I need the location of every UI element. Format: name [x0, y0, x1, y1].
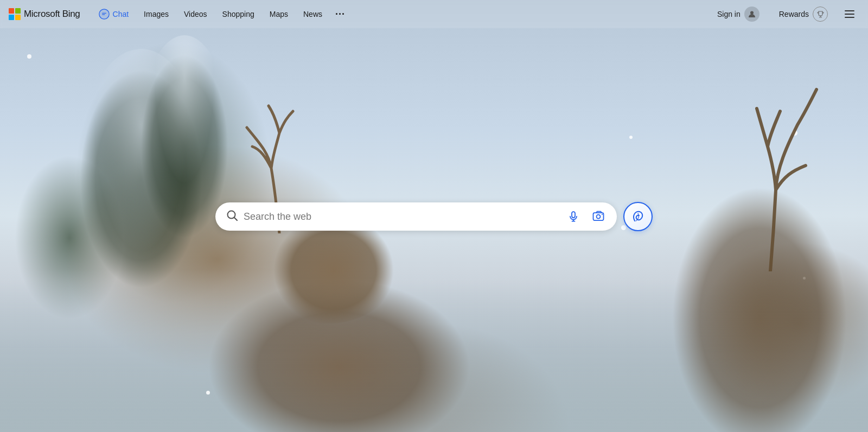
maps-label: Maps	[270, 10, 288, 18]
logo-green-square	[15, 8, 21, 14]
hamburger-menu-button[interactable]	[840, 4, 859, 24]
search-box	[215, 202, 617, 231]
logo-yellow-square	[15, 15, 21, 20]
nav-item-chat[interactable]: Chat	[91, 5, 137, 23]
rewards-label: Rewards	[779, 10, 809, 18]
nav-item-videos[interactable]: Videos	[176, 7, 215, 22]
svg-point-2	[750, 11, 754, 15]
nav-item-maps[interactable]: Maps	[262, 7, 296, 22]
logo-red-square	[9, 8, 14, 14]
search-input[interactable]	[244, 211, 558, 223]
camera-search-icon	[592, 211, 604, 223]
shopping-label: Shopping	[222, 10, 254, 18]
hamburger-line-3	[845, 17, 854, 18]
nav-right: Sign in Rewards	[710, 3, 859, 25]
snowflake	[27, 54, 31, 59]
images-label: Images	[144, 10, 169, 18]
visual-search-button[interactable]	[589, 207, 608, 226]
brand-name: Microsoft Bing	[24, 9, 80, 20]
hamburger-line-1	[845, 10, 854, 11]
logo-blue-square	[9, 15, 14, 20]
nav-item-images[interactable]: Images	[136, 7, 176, 22]
bing-copilot-icon	[630, 209, 646, 224]
microphone-icon	[568, 211, 579, 222]
videos-label: Videos	[184, 10, 207, 18]
news-label: News	[303, 10, 322, 18]
nav-item-news[interactable]: News	[296, 7, 330, 22]
hamburger-line-2	[845, 14, 854, 15]
more-label: ···	[335, 9, 345, 20]
trophy-icon	[813, 7, 828, 22]
search-icon	[226, 209, 238, 224]
nav-item-shopping[interactable]: Shopping	[215, 7, 262, 22]
antler-right	[727, 81, 863, 271]
search-area	[215, 202, 653, 231]
chat-label: Chat	[113, 10, 129, 18]
svg-rect-4	[572, 212, 575, 218]
svg-point-7	[602, 214, 603, 215]
magnifier-icon	[226, 209, 238, 221]
user-avatar-icon	[744, 7, 760, 22]
navbar: Microsoft Bing Chat Images Videos Shoppi…	[0, 0, 868, 28]
nav-items: Chat Images Videos Shopping Maps News ··…	[91, 5, 710, 23]
sign-in-label: Sign in	[717, 10, 741, 18]
trophy-svg	[816, 10, 825, 18]
microsoft-logo-grid	[9, 8, 21, 20]
microphone-button[interactable]	[564, 207, 583, 226]
user-silhouette-icon	[748, 10, 756, 18]
rewards-button[interactable]: Rewards	[771, 3, 835, 25]
nav-item-more[interactable]: ···	[330, 5, 350, 23]
sign-in-button[interactable]: Sign in	[710, 3, 767, 25]
bing-copilot-button[interactable]	[623, 202, 653, 231]
bing-logo[interactable]: Microsoft Bing	[9, 8, 80, 20]
chat-bubble-icon	[99, 9, 110, 20]
svg-point-6	[597, 215, 601, 219]
